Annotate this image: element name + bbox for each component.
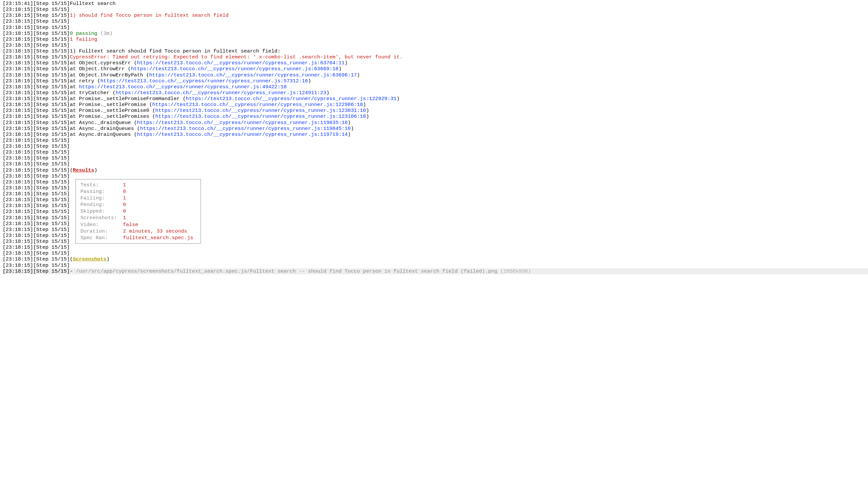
results-section: [23:18:15] [Step 15/15] [23:18:15] [Step…: [3, 179, 868, 244]
step-counter: [Step 15/15]: [33, 250, 70, 256]
results-heading: Results: [73, 167, 94, 173]
stack-frame-url[interactable]: https://test213.tocco.ch/__cypress/runne…: [140, 126, 351, 132]
results-row: Tests:1: [81, 182, 196, 188]
timestamp: [23:18:15]: [3, 143, 33, 149]
stack-frame-url[interactable]: https://test213.tocco.ch/__cypress/runne…: [79, 84, 287, 90]
stack-frame-url[interactable]: https://test213.tocco.ch/__cypress/runne…: [137, 60, 345, 66]
timestamp: [23:18:15]: [3, 102, 33, 108]
stack-frame-prefix: at tryCatcher (: [70, 90, 116, 96]
timestamp: [23:18:15]: [3, 36, 33, 42]
suite-title: Fulltext search: [70, 1, 116, 6]
failing-test-title: 1) should find Tocco person in fulltext …: [70, 12, 229, 19]
step-counter: [Step 15/15]: [33, 137, 70, 143]
bullet: -: [70, 268, 76, 274]
stack-frame-url[interactable]: https://test213.tocco.ch/__cypress/runne…: [149, 72, 357, 78]
step-counter: [Step 15/15]: [33, 102, 70, 108]
timestamp: [23:18:15]: [3, 25, 33, 31]
log-line: [23:18:15] [Step 15/15]: [3, 143, 868, 149]
timestamp: [23:18:15]: [3, 6, 33, 12]
results-table: Tests:1Passing:0Failing:1Pending:0Skippe…: [80, 181, 197, 241]
step-counter: [Step 15/15]: [33, 256, 70, 262]
paren: (: [70, 256, 73, 262]
results-row: Duration:2 minutes, 33 seconds: [81, 228, 196, 234]
timestamp: [23:18:15]: [3, 54, 33, 60]
terminal-log-output: [23:15:41] [Step 15/15] Fulltext search[…: [0, 0, 868, 274]
results-row: Spec Ran:fulltext_search.spec.js: [81, 235, 196, 241]
step-counter: [Step 15/15]: [33, 203, 70, 209]
step-counter: [Step 15/15]: [33, 143, 70, 149]
log-line: [23:18:15] [Step 15/15]: [3, 173, 868, 179]
results-row: Video:false: [81, 222, 196, 228]
stack-frame-url[interactable]: https://test213.tocco.ch/__cypress/runne…: [152, 102, 363, 108]
screenshot-path: /usr/src/app/cypress/screenshots/fulltex…: [76, 268, 500, 274]
log-content: at Object.throwErrByPath (https://test21…: [70, 72, 360, 78]
step-counter: [Step 15/15]: [33, 72, 70, 78]
log-content: at Async._drainQueues (https://test213.t…: [70, 126, 354, 132]
stack-frame-suffix: ): [348, 120, 351, 126]
log-line: [23:18:15] [Step 15/15]: [3, 155, 868, 161]
log-content: at Promise._settlePromises (https://test…: [70, 113, 369, 120]
log-line: [23:18:15] [Step 15/15] at https://test2…: [3, 84, 868, 90]
step-counter: [Step 15/15]: [33, 25, 70, 31]
timestamp: [23:18:15]: [3, 203, 33, 209]
stack-frame-url[interactable]: https://test213.tocco.ch/__cypress/runne…: [155, 108, 366, 113]
log-line: [23:18:15] [Step 15/15] at Promise._sett…: [3, 102, 868, 108]
timestamp: [23:18:15]: [3, 96, 33, 102]
log-content: at https://test213.tocco.ch/__cypress/ru…: [70, 84, 287, 90]
timestamp: [23:18:15]: [3, 221, 33, 227]
timestamp: [23:18:15]: [3, 268, 33, 274]
results-value: 2 minutes, 33 seconds: [121, 228, 196, 234]
timestamp: [23:18:15]: [3, 149, 33, 155]
step-counter: [Step 15/15]: [33, 66, 70, 72]
stack-frame-prefix: at retry (: [70, 78, 100, 84]
stack-frame-url[interactable]: https://test213.tocco.ch/__cypress/runne…: [116, 90, 326, 96]
stack-frame-prefix: at Async.drainQueues (: [70, 132, 137, 137]
results-value: 1: [121, 215, 196, 221]
log-content: 1) Fulltext search should find Tocco per…: [70, 48, 281, 54]
results-label: Duration:: [81, 228, 120, 234]
results-value: 0: [121, 189, 196, 195]
log-line: [23:18:15] [Step 15/15] - /usr/src/app/c…: [3, 268, 868, 274]
stack-frame-prefix: at Promise._settlePromise0 (: [70, 108, 155, 113]
log-line: [23:18:15] [Step 15/15] 1) should find T…: [3, 12, 868, 19]
stack-frame-url[interactable]: https://test213.tocco.ch/__cypress/runne…: [155, 113, 366, 120]
log-line: [23:18:15] [Step 15/15]: [3, 137, 868, 143]
step-counter: [Step 15/15]: [33, 108, 70, 113]
log-line: [23:18:15] [Step 15/15] at Async._drainQ…: [3, 126, 868, 132]
results-label: Screenshots:: [81, 215, 120, 221]
log-line: [23:18:15] [Step 15/15] (Screenshots): [3, 256, 868, 262]
timestamp: [23:18:15]: [3, 113, 33, 120]
step-counter: [Step 15/15]: [33, 268, 70, 274]
stack-frame-url[interactable]: https://test213.tocco.ch/__cypress/runne…: [131, 66, 339, 72]
step-counter: [Step 15/15]: [33, 1, 70, 6]
results-value: 1: [121, 182, 196, 188]
timestamp: [23:18:15]: [3, 197, 33, 203]
timestamp: [23:18:15]: [3, 238, 33, 244]
step-counter: [Step 15/15]: [33, 179, 70, 185]
results-row: Screenshots:1: [81, 215, 196, 221]
log-content: - /usr/src/app/cypress/screenshots/fullt…: [70, 268, 531, 274]
stack-frame-url[interactable]: https://test213.tocco.ch/__cypress/runne…: [186, 96, 397, 102]
step-counter: [Step 15/15]: [33, 185, 70, 191]
stack-frame-prefix: at Async._drainQueues (: [70, 126, 140, 132]
step-counter: [Step 15/15]: [33, 54, 70, 60]
timestamp: [23:18:15]: [3, 42, 33, 48]
stack-frame-prefix: at Object.throwErrByPath (: [70, 72, 149, 78]
stack-frame-prefix: at Promise._settlePromiseFromHandler (: [70, 96, 186, 102]
timestamp: [23:18:15]: [3, 244, 33, 250]
paren: ): [94, 167, 97, 173]
log-line: [23:18:15] [Step 15/15]: [3, 19, 868, 24]
log-content: at Promise._settlePromise0 (https://test…: [70, 108, 369, 113]
log-line: [23:15:41] [Step 15/15] Fulltext search: [3, 1, 868, 6]
step-counter: [Step 15/15]: [33, 113, 70, 120]
stack-frame-suffix: ): [351, 126, 353, 132]
step-counter: [Step 15/15]: [33, 173, 70, 179]
log-line: [23:18:15] [Step 15/15] 1) Fulltext sear…: [3, 48, 868, 54]
stack-frame-url[interactable]: https://test213.tocco.ch/__cypress/runne…: [100, 78, 308, 84]
log-line: [23:18:15] [Step 15/15] at Promise._sett…: [3, 108, 868, 113]
stack-frame-suffix: ): [308, 78, 311, 84]
stack-frame-suffix: ): [348, 132, 351, 137]
stack-frame-url[interactable]: https://test213.tocco.ch/__cypress/runne…: [137, 132, 348, 137]
stack-frame-prefix: at Async._drainQueue (: [70, 120, 137, 126]
stack-frame-url[interactable]: https://test213.tocco.ch/__cypress/runne…: [137, 120, 348, 126]
